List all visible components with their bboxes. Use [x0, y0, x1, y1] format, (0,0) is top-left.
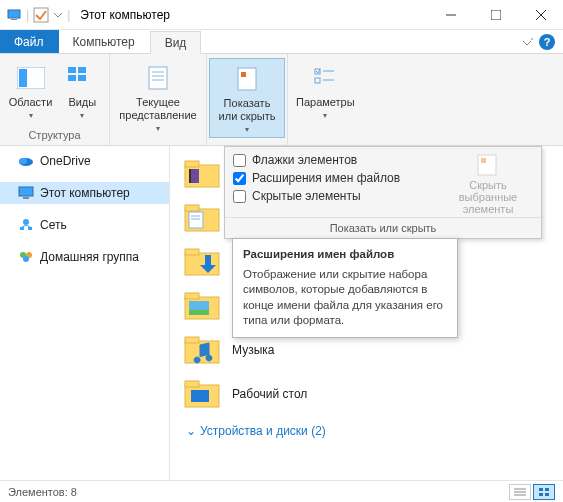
svg-rect-50	[189, 310, 209, 315]
checkbox-hidden-items[interactable]: Скрытые элементы	[233, 189, 433, 203]
folder-music-icon	[182, 334, 222, 366]
svg-rect-11	[78, 67, 86, 73]
svg-rect-1	[11, 19, 17, 20]
checkbox-ext-label: Расширения имен файлов	[252, 171, 400, 185]
tab-computer[interactable]: Компьютер	[59, 30, 150, 53]
status-bar: Элементов: 8	[0, 480, 563, 502]
svg-rect-41	[185, 205, 199, 211]
nav-onedrive[interactable]: OneDrive	[0, 150, 169, 172]
help-icon[interactable]: ?	[539, 34, 555, 50]
svg-point-25	[19, 158, 27, 164]
svg-point-35	[23, 256, 29, 262]
group-label-empty3	[290, 127, 361, 145]
svg-rect-45	[185, 253, 219, 275]
item-desktop-label: Рабочий стол	[232, 387, 307, 401]
svg-rect-54	[185, 381, 199, 387]
window-controls	[428, 0, 563, 30]
views-label: Виды	[68, 96, 96, 109]
svg-line-31	[22, 225, 26, 227]
section-devices-label: Устройства и диски (2)	[200, 424, 326, 438]
tab-view[interactable]: Вид	[150, 31, 202, 54]
svg-point-28	[23, 219, 29, 225]
nav-thispc-label: Этот компьютер	[40, 186, 130, 200]
qat-dropdown-icon[interactable]	[53, 7, 63, 23]
nav-thispc[interactable]: Этот компьютер	[0, 182, 169, 204]
tooltip-title: Расширения имен файлов	[243, 247, 447, 263]
tooltip-body: Отображение или скрытие набора символов,…	[243, 267, 447, 329]
parameters-label: Параметры	[296, 96, 355, 109]
svg-rect-9	[19, 69, 27, 87]
checkbox-ext-input[interactable]	[233, 172, 246, 185]
minimize-button[interactable]	[428, 0, 473, 30]
svg-rect-39	[189, 169, 191, 183]
checkbox-item-flags[interactable]: Флажки элементов	[233, 153, 433, 167]
svg-rect-52	[185, 337, 199, 343]
svg-rect-29	[20, 227, 24, 230]
thispc-icon	[18, 185, 34, 201]
showhide-panel-footer: Показать или скрыть	[225, 217, 541, 238]
homegroup-icon	[18, 249, 34, 265]
panes-label: Области	[9, 96, 53, 109]
svg-rect-48	[185, 293, 199, 299]
section-devices-drives[interactable]: ⌄ Устройства и диски (2)	[182, 416, 563, 442]
svg-rect-12	[68, 75, 76, 81]
svg-rect-46	[185, 249, 199, 255]
view-details-button[interactable]	[509, 484, 531, 500]
folder-desktop-icon	[182, 378, 222, 410]
hide-selected-label: Скрыть выбранные элементы	[443, 179, 533, 215]
window-title: Этот компьютер	[76, 8, 428, 22]
svg-rect-42	[189, 212, 203, 228]
ribbon-group-params: Параметры ▾	[288, 54, 363, 145]
ribbon: Области ▾ Виды ▾ Структура Текущее предс…	[0, 54, 563, 146]
item-music-label: Музыка	[232, 343, 274, 357]
ribbon-tab-row: Файл Компьютер Вид ?	[0, 30, 563, 54]
svg-rect-56	[478, 155, 496, 175]
svg-rect-19	[241, 72, 246, 77]
svg-line-32	[26, 225, 30, 227]
folder-documents-icon	[182, 202, 222, 234]
showhide-dropdown-panel: Флажки элементов Расширения имен файлов …	[224, 146, 542, 239]
qat-separator: |	[26, 8, 29, 22]
close-button[interactable]	[518, 0, 563, 30]
showhide-button[interactable]: Показать или скрыть ▾	[209, 58, 285, 138]
svg-rect-64	[545, 493, 549, 496]
showhide-label: Показать или скрыть	[219, 97, 276, 123]
panes-icon	[15, 62, 47, 94]
checkbox-hidden-input[interactable]	[233, 190, 246, 203]
parameters-button[interactable]: Параметры ▾	[290, 58, 361, 123]
options-checklist-icon	[309, 62, 341, 94]
svg-rect-13	[78, 75, 86, 81]
svg-rect-63	[539, 493, 543, 496]
view-largeicons-button[interactable]	[533, 484, 555, 500]
views-button[interactable]: Виды ▾	[58, 58, 106, 123]
chevron-down-icon: ▾	[156, 124, 160, 134]
tooltip-file-extensions: Расширения имен файлов Отображение или с…	[232, 238, 458, 338]
tab-file[interactable]: Файл	[0, 30, 59, 53]
qat-separator-2: |	[67, 8, 70, 22]
checkbox-flags-input[interactable]	[233, 154, 246, 167]
collapse-ribbon-icon[interactable]	[521, 36, 533, 48]
list-item-desktop[interactable]: Рабочий стол	[182, 372, 563, 416]
current-view-button[interactable]: Текущее представление ▾	[112, 58, 204, 136]
svg-rect-22	[315, 78, 320, 83]
title-bar: | | Этот компьютер	[0, 0, 563, 30]
svg-rect-37	[185, 161, 199, 167]
checkbox-file-extensions[interactable]: Расширения имен файлов	[233, 171, 433, 185]
nav-homegroup-label: Домашняя группа	[40, 250, 139, 264]
navigation-pane[interactable]: OneDrive Этот компьютер Сеть Домашняя гр…	[0, 146, 170, 480]
nav-network-label: Сеть	[40, 218, 67, 232]
maximize-button[interactable]	[473, 0, 518, 30]
hide-selected-icon	[474, 153, 502, 177]
showhide-icon	[231, 63, 263, 95]
svg-rect-0	[8, 10, 20, 18]
nav-network[interactable]: Сеть	[0, 214, 169, 236]
nav-homegroup[interactable]: Домашняя группа	[0, 246, 169, 268]
onedrive-icon	[18, 153, 34, 169]
checkbox-flags-label: Флажки элементов	[252, 153, 357, 167]
chevron-down-icon: ▾	[323, 111, 327, 121]
panes-button[interactable]: Области ▾	[3, 58, 59, 123]
thispc-icon	[6, 7, 22, 23]
svg-rect-61	[539, 488, 543, 491]
properties-check-icon[interactable]	[33, 7, 49, 23]
chevron-down-icon: ▾	[80, 111, 84, 121]
